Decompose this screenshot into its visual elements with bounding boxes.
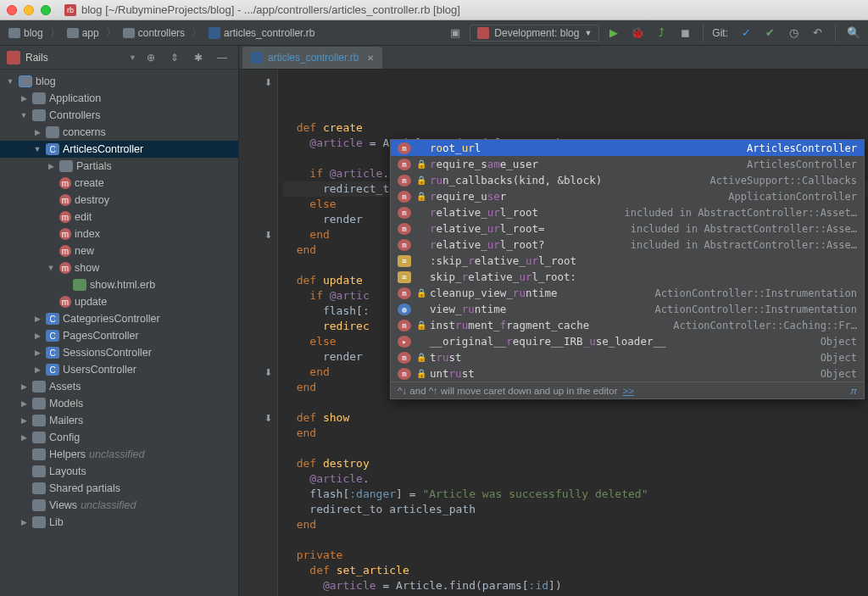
tree-expand-icon[interactable] [5,77,15,86]
tree-node[interactable]: blog [0,73,238,90]
gutter-row[interactable]: ⬇ [239,227,277,242]
completion-item[interactable]: mrelative_url_root?included in AbstractC… [391,237,864,253]
tree-expand-icon[interactable] [19,382,29,391]
gutter-row[interactable] [239,426,277,441]
tree-expand-icon[interactable] [19,518,29,526]
completion-item[interactable]: mroot_urlArticlesController [391,140,864,156]
gutter-row[interactable] [239,517,277,532]
run-button[interactable]: ▶ [604,24,623,42]
completion-more-link[interactable]: >> [622,383,633,398]
gutter-row[interactable] [239,532,277,548]
tree-node[interactable]: Application [0,90,238,107]
code-completion-popup[interactable]: mroot_urlArticlesControllerm🔒require_sam… [390,139,865,399]
tree-node[interactable]: concerns [0,124,238,141]
code-line[interactable]: def create [283,120,868,136]
tree-expand-icon[interactable] [32,331,42,340]
tree-expand-icon[interactable] [19,111,29,120]
gutter-row[interactable] [239,349,277,365]
tree-node[interactable]: mnew [0,242,238,259]
code-line[interactable]: flash[:danger] = "Article was successful… [283,487,868,502]
tree-node[interactable]: Shared partials [0,480,238,497]
gutter-row[interactable] [239,441,277,456]
code-line[interactable]: def destroy [283,456,868,471]
settings-gear-icon[interactable]: ✱ [189,52,208,64]
editor-tab[interactable]: articles_controller.rb ✕ [242,47,382,69]
completion-item[interactable]: m🔒run_callbacks(kind, &block)ActiveSuppo… [391,172,864,188]
gutter-row[interactable]: ⬇ [239,365,277,380]
tree-node[interactable]: Assets [0,378,238,395]
gutter-row[interactable] [239,151,277,166]
tree-expand-icon[interactable] [32,128,42,136]
close-tab-icon[interactable]: ✕ [367,53,374,63]
navigate-gutter-icon[interactable]: ⬇ [262,366,274,378]
tree-node[interactable]: Views unclassified [0,497,238,514]
gutter-row[interactable] [239,471,277,487]
completion-item[interactable]: m🔒require_same_userArticlesController [391,156,864,172]
tree-node[interactable]: show.html.erb [0,276,238,293]
code-line[interactable]: redirect_to articles_path [283,502,868,517]
tree-expand-icon[interactable] [19,433,29,442]
navigate-gutter-icon[interactable]: ⬇ [262,76,274,88]
tree-node[interactable]: CArticlesController [0,141,238,158]
chevron-down-icon[interactable]: ▼ [129,53,136,62]
breadcrumb-item[interactable]: controllers [120,25,188,41]
breadcrumb-item[interactable]: blog [5,25,47,41]
completion-item[interactable]: mrelative_url_rootincluded in AbstractCo… [391,204,864,220]
breadcrumb-item[interactable]: app [64,25,103,41]
gutter-row[interactable] [239,319,277,334]
terminal-icon[interactable]: ▣ [446,24,465,42]
tree-node[interactable]: Helpers unclassified [0,446,238,463]
gutter-row[interactable] [239,548,277,563]
gutter-row[interactable] [239,334,277,349]
tree-expand-icon[interactable] [19,94,29,103]
tree-node[interactable]: Partials [0,158,238,175]
completion-item[interactable]: ▸__original__require__IRB_use_loader__Ob… [391,333,864,349]
gutter-row[interactable] [239,105,277,120]
gutter-row[interactable] [239,120,277,136]
run-configuration-dropdown[interactable]: Development: blog ▼ [470,25,599,42]
tree-expand-icon[interactable] [32,145,42,153]
tree-node[interactable]: medit [0,209,238,226]
gutter-row[interactable] [239,90,277,105]
gutter-row[interactable] [239,502,277,517]
gutter-row[interactable] [239,487,277,502]
gutter-row[interactable] [239,304,277,319]
gutter-row[interactable] [239,380,277,395]
code-line[interactable]: @article = Article.find(params[:id]) [283,578,868,593]
tree-node[interactable]: Layouts [0,463,238,480]
breadcrumb-item[interactable]: articles_controller.rb [205,25,318,41]
project-tree[interactable]: blogApplicationControllersconcernsCArtic… [0,70,238,534]
tree-node[interactable]: Config [0,429,238,446]
navigate-gutter-icon[interactable]: ⬇ [262,412,274,424]
search-everywhere-button[interactable]: 🔍 [844,24,863,42]
gutter-row[interactable] [239,273,277,288]
pi-icon[interactable]: π [850,383,857,398]
code-line[interactable]: @article. [283,471,868,487]
locate-button[interactable]: ⊕ [142,52,160,64]
completion-item[interactable]: m🔒cleanup_view_runtimeActionController::… [391,285,864,301]
gutter-row[interactable] [239,242,277,258]
tree-node[interactable]: Lib [0,514,238,531]
run-with-coverage-button[interactable]: ⤴ [652,24,670,42]
completion-item[interactable]: mrelative_url_root=included in AbstractC… [391,220,864,237]
tree-node[interactable]: mindex [0,226,238,242]
navigate-gutter-icon[interactable]: ⬇ [262,229,274,241]
gutter-row[interactable] [239,212,277,227]
gutter-row[interactable] [239,136,277,151]
tree-node[interactable]: CCategoriesController [0,310,238,327]
code-line[interactable]: end [283,426,868,441]
gutter-row[interactable] [239,181,277,197]
completion-item[interactable]: ≡:skip_relative_url_root [391,253,864,269]
tree-node[interactable]: mdestroy [0,192,238,209]
completion-item[interactable]: m🔒untrustObject [391,365,864,382]
tree-node[interactable]: Models [0,395,238,412]
code-line[interactable] [283,532,868,548]
tree-node[interactable]: Mailers [0,412,238,429]
vcs-update-button[interactable]: ✓ [737,24,755,42]
completion-item[interactable]: ◍view_runtimeActionController::Instrumen… [391,301,864,317]
gutter-row[interactable]: ⬇ [239,75,277,90]
debug-button[interactable]: 🐞 [628,24,647,42]
minimize-window-button[interactable] [24,5,34,15]
completion-item[interactable]: ≡skip_relative_url_root: [391,269,864,285]
tree-expand-icon[interactable] [46,264,56,272]
